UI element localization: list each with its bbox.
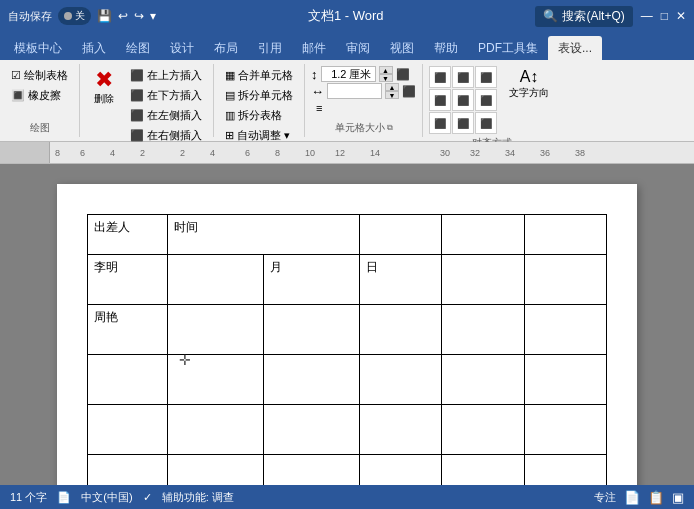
table-cell[interactable] (168, 455, 264, 486)
table-cell[interactable] (524, 305, 606, 355)
autosave-toggle[interactable]: 关 (58, 7, 91, 25)
table-cell[interactable] (360, 355, 442, 405)
tab-insert[interactable]: 插入 (72, 36, 116, 60)
distribute-rows-btn[interactable]: ≡ (311, 100, 416, 116)
table-cell[interactable] (264, 455, 360, 486)
redo-icon[interactable]: ↪ (134, 9, 144, 23)
ruler-mark-11: 30 (440, 148, 450, 158)
align-bot-left-btn[interactable]: ⬛ (429, 112, 451, 134)
table-cell[interactable] (442, 215, 524, 255)
tab-layout[interactable]: 布局 (204, 36, 248, 60)
height-down-btn[interactable]: ▼ (379, 74, 393, 82)
draw-table-btn[interactable]: ☑ 绘制表格 (6, 66, 73, 85)
table-cell[interactable] (442, 405, 524, 455)
tab-table-design[interactable]: 表设... (548, 36, 602, 60)
tab-help[interactable]: 帮助 (424, 36, 468, 60)
table-cell[interactable] (442, 455, 524, 486)
align-mid-left-btn[interactable]: ⬛ (429, 89, 451, 111)
table-cell[interactable] (88, 455, 168, 486)
table-cell[interactable] (442, 255, 524, 305)
insert-left-btn[interactable]: ⬛ 在左侧插入 (125, 106, 207, 125)
table-cell[interactable] (168, 255, 264, 305)
table-cell[interactable] (360, 455, 442, 486)
insert-above-label: 在上方插入 (147, 68, 202, 83)
table-cell[interactable] (524, 215, 606, 255)
insert-right-icon: ⬛ (130, 129, 144, 142)
align-mid-right-btn[interactable]: ⬛ (475, 89, 497, 111)
eraser-btn[interactable]: 🔳 橡皮擦 (6, 86, 73, 105)
tab-draw[interactable]: 绘图 (116, 36, 160, 60)
text-direction-btn[interactable]: A↕ 文字方向 (504, 66, 554, 103)
minimize-btn[interactable]: — (641, 9, 653, 23)
table-cell[interactable] (168, 405, 264, 455)
maximize-btn[interactable]: □ (661, 9, 668, 23)
table-cell[interactable] (264, 405, 360, 455)
table-cell[interactable] (524, 355, 606, 405)
delete-btn[interactable]: ✖ 删除 (86, 66, 122, 109)
align-top-left-btn[interactable]: ⬛ (429, 66, 451, 88)
align-mid-center-btn[interactable]: ⬛ (452, 89, 474, 111)
table-cell[interactable] (360, 215, 442, 255)
tab-template[interactable]: 模板中心 (4, 36, 72, 60)
split-table-btn[interactable]: ▥ 拆分表格 (220, 106, 298, 125)
split-cells-btn[interactable]: ▤ 拆分单元格 (220, 86, 298, 105)
tab-review[interactable]: 审阅 (336, 36, 380, 60)
table-cell[interactable]: 日 (360, 255, 442, 305)
tab-reference[interactable]: 引用 (248, 36, 292, 60)
table-cell[interactable]: 李明 (88, 255, 168, 305)
table-cell[interactable]: 月 (264, 255, 360, 305)
table-cell[interactable] (88, 405, 168, 455)
cell-width-input[interactable] (327, 83, 382, 99)
search-box[interactable]: 🔍 搜索(Alt+Q) (535, 6, 632, 27)
view-print-icon[interactable]: 📄 (624, 490, 640, 505)
eraser-icon: 🔳 (11, 89, 25, 102)
table-cell[interactable] (524, 455, 606, 486)
table-cell[interactable]: 出差人 (88, 215, 168, 255)
align-top-right-btn[interactable]: ⬛ (475, 66, 497, 88)
width-down-btn[interactable]: ▼ (385, 91, 399, 99)
more-icon[interactable]: ▾ (150, 9, 156, 23)
height-up-btn[interactable]: ▲ (379, 66, 393, 74)
split-table-icon: ▥ (225, 109, 235, 122)
align-bot-center-btn[interactable]: ⬛ (452, 112, 474, 134)
table-cell[interactable] (524, 255, 606, 305)
view-outline-icon[interactable]: ▣ (672, 490, 684, 505)
table-cell[interactable] (168, 305, 264, 355)
cell-height-input[interactable] (321, 66, 376, 82)
tab-view[interactable]: 视图 (380, 36, 424, 60)
width-up-btn[interactable]: ▲ (385, 83, 399, 91)
accessibility-icon[interactable]: ✓ (143, 491, 152, 504)
table-cell[interactable] (264, 355, 360, 405)
table-cursor-icon[interactable]: ✛ (179, 352, 191, 368)
table-cell[interactable] (442, 355, 524, 405)
table-cell[interactable]: 时间 (168, 215, 360, 255)
document-table[interactable]: 出差人 时间 李明 月 日 周艳 (87, 214, 607, 485)
save-icon[interactable]: 💾 (97, 9, 112, 23)
align-top-center-btn[interactable]: ⬛ (452, 66, 474, 88)
merge-cells-btn[interactable]: ▦ 合并单元格 (220, 66, 298, 85)
insert-below-btn[interactable]: ⬛ 在下方插入 (125, 86, 207, 105)
cell-width-spinner: ▲ ▼ (385, 83, 399, 99)
table-cell[interactable] (264, 305, 360, 355)
table-cell[interactable] (360, 305, 442, 355)
merge-content: ▦ 合并单元格 ▤ 拆分单元格 ▥ 拆分表格 ⊞ 自动调整 ▾ (220, 66, 298, 145)
eraser-label: 橡皮擦 (28, 88, 61, 103)
view-web-icon[interactable]: 📋 (648, 490, 664, 505)
align-bot-right-btn[interactable]: ⬛ (475, 112, 497, 134)
undo-icon[interactable]: ↩ (118, 9, 128, 23)
close-btn[interactable]: ✕ (676, 9, 686, 23)
table-cell[interactable] (360, 405, 442, 455)
table-cell[interactable]: 周艳 (88, 305, 168, 355)
table-cell[interactable] (442, 305, 524, 355)
tab-mail[interactable]: 邮件 (292, 36, 336, 60)
document-area[interactable]: ✛ 出差人 时间 李明 月 日 (0, 164, 694, 485)
cellsize-expand-icon[interactable]: ⧉ (387, 123, 393, 133)
table-row (88, 455, 607, 486)
table-cell[interactable] (88, 355, 168, 405)
split-table-label: 拆分表格 (238, 108, 282, 123)
tab-design[interactable]: 设计 (160, 36, 204, 60)
ribbon-group-merge: ▦ 合并单元格 ▤ 拆分单元格 ▥ 拆分表格 ⊞ 自动调整 ▾ 合并 (214, 64, 305, 137)
table-cell[interactable] (524, 405, 606, 455)
tab-pdf[interactable]: PDF工具集 (468, 36, 548, 60)
insert-above-btn[interactable]: ⬛ 在上方插入 (125, 66, 207, 85)
